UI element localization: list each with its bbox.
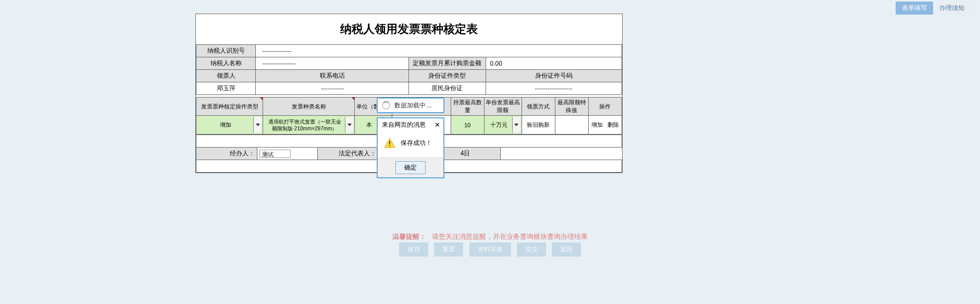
th-action: 操作 — [588, 98, 622, 116]
receiver-value: 邓玉萍 — [196, 82, 256, 95]
taxpayer-name-label: 纳税人名称 — [196, 57, 256, 70]
th-receive-mode: 领票方式 — [522, 98, 555, 116]
save-button[interactable]: 保存 — [399, 242, 428, 257]
quota-value: 0.00 — [486, 57, 622, 70]
dialog-footer: 确定 — [378, 157, 443, 177]
dropdown-icon[interactable] — [512, 117, 520, 133]
taxpayer-name-value: ---------------- — [256, 57, 409, 70]
quota-label: 定额发票月累计购票金额 — [409, 57, 486, 70]
svg-rect-1 — [389, 141, 390, 144]
date-suffix: 4日 — [439, 148, 500, 160]
id-type-value: 居民身份证 — [409, 82, 486, 95]
handler-label: 经办人： — [196, 148, 257, 160]
th-special: 最高限额特殊值 — [555, 98, 588, 116]
cell-invoice-type[interactable]: 通用机打平推式发票（一联无金额限制版·210mm×297mm） — [263, 116, 355, 135]
phone-label: 联系电话 — [256, 70, 409, 82]
phone-value[interactable]: ----------- — [256, 82, 409, 95]
loading-popup: 数据加载中… — [377, 98, 444, 113]
cell-max-qty[interactable]: 10 — [451, 116, 484, 135]
tab-notice[interactable]: 办理须知 — [933, 2, 971, 15]
dropdown-icon[interactable] — [253, 117, 262, 133]
taxpayer-id-value: -------------- — [256, 45, 622, 57]
th-max-amt: 单份发票最高限额 — [484, 98, 522, 116]
svg-rect-2 — [389, 145, 390, 147]
top-tabs: 表单填写 办理须知 — [896, 2, 971, 15]
cell-special[interactable] — [555, 116, 588, 135]
dialog-body: 保存成功！ — [378, 130, 443, 157]
cell-action: 增加 删除 — [588, 116, 622, 135]
loading-text: 数据加载中… — [394, 101, 432, 110]
reminder-label: 温馨提醒： — [392, 233, 426, 240]
dialog-title: 来自网页的消息 — [382, 120, 426, 129]
receiver-label: 领票人 — [196, 70, 256, 82]
id-number-value[interactable]: ------------------ — [486, 82, 622, 95]
reset-button[interactable]: 重置 — [434, 242, 463, 257]
max-amt-value: 十万元 — [486, 121, 512, 128]
row-delete-button[interactable]: 删除 — [606, 120, 621, 129]
submit-button[interactable]: 提交 — [517, 242, 546, 257]
th-max-qty: 持票最高数量 — [451, 98, 484, 116]
dialog-header: 来自网页的消息 ✕ — [378, 118, 443, 130]
id-type-label: 身份证件类型 — [409, 70, 486, 82]
th-invoice-type: 发票种类名称 — [263, 98, 355, 116]
form-header-table: 纳税人识别号 -------------- 纳税人名称 ------------… — [196, 44, 622, 95]
spinner-icon — [382, 101, 390, 110]
collect-button[interactable]: 资料采集 — [469, 242, 511, 257]
tab-form-fill[interactable]: 表单填写 — [896, 2, 933, 15]
ok-button[interactable]: 确定 — [395, 161, 426, 174]
handler-input[interactable]: 测试 — [257, 148, 318, 160]
back-button[interactable]: 返回 — [552, 242, 581, 257]
reminder-text: 请您关注消息提醒，并在业务查询模块查询办理结果 — [432, 233, 588, 240]
row-add-button[interactable]: 增加 — [590, 120, 604, 129]
invoice-type-value: 通用机打平推式发票（一联无金额限制版·210mm×297mm） — [264, 118, 345, 132]
id-number-label: 身份证件号码 — [486, 70, 622, 82]
cell-receive-mode: 验旧购新 — [522, 116, 555, 135]
message-dialog: 来自网页的消息 ✕ 保存成功！ 确定 — [377, 117, 444, 178]
form-title: 纳税人领用发票票种核定表 — [196, 14, 622, 44]
cell-max-amt[interactable]: 十万元 — [484, 116, 522, 135]
op-type-value: 增加 — [197, 121, 253, 128]
bottom-reminder: 温馨提醒： 请您关注消息提醒，并在业务查询模块查询办理结果 — [0, 232, 980, 241]
legal-label: 法定代表人： — [318, 148, 379, 160]
dropdown-icon[interactable] — [345, 117, 353, 133]
close-icon[interactable]: ✕ — [435, 121, 440, 129]
bottom-buttons: 保存 重置 资料采集 提交 返回 — [0, 242, 980, 257]
dialog-message: 保存成功！ — [401, 139, 432, 148]
taxpayer-id-label: 纳税人识别号 — [196, 45, 256, 57]
th-op-type: 发票票种核定操作类型 — [196, 98, 263, 116]
cell-op-type[interactable]: 增加 — [196, 116, 263, 135]
warning-icon — [384, 138, 395, 148]
